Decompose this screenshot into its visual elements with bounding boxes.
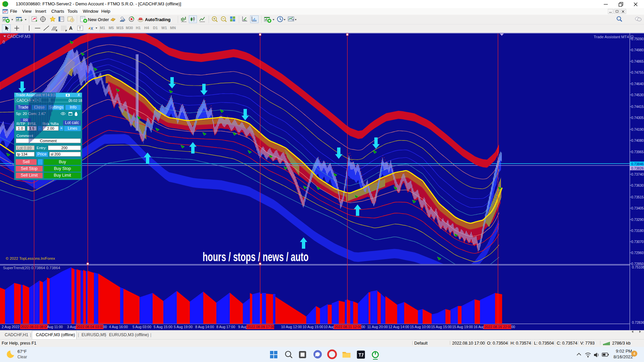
svg-text:© 2022 TopLessons.In/Forex: © 2022 TopLessons.In/Forex — [6, 256, 55, 260]
svg-text:2022.08.09 17:00: 2022.08.09 17:00 — [247, 325, 275, 329]
svg-text:hours / stops / news / auto: hours / stops / news / auto — [203, 250, 309, 264]
svg-text:00: 00 — [511, 325, 515, 329]
svg-text:3 Aug: 3 Aug — [67, 325, 76, 329]
svg-text:0.73180: 0.73180 — [631, 229, 644, 233]
svg-text:0.73290: 0.73290 — [631, 218, 644, 222]
svg-text:2022.08.16 22:00: 2022.08.16 22:00 — [484, 325, 512, 329]
svg-text:4 Aug 16:00: 4 Aug 16:00 — [109, 325, 128, 329]
svg-text:Trade Assistant MT4 ☹: Trade Assistant MT4 ☹ — [594, 35, 634, 39]
svg-text:5 Aug 03:00: 5 Aug 03:00 — [132, 325, 151, 329]
svg-text:0.72960: 0.72960 — [631, 251, 644, 255]
svg-text:SuperTrend(20) 0.73864 0.73864: SuperTrend(20) 0.73864 0.73864 — [3, 266, 60, 270]
svg-text:0.74865: 0.74865 — [631, 60, 644, 63]
svg-text:00: 00 — [103, 325, 107, 329]
svg-text:0.73826: 0.73826 — [631, 167, 644, 170]
svg-text:CADCHF,M3: CADCHF,M3 — [7, 34, 31, 39]
svg-text:0.74980: 0.74980 — [631, 48, 644, 52]
svg-text:15 Aug 19:00: 15 Aug 19:00 — [452, 325, 473, 329]
svg-text:0.74080: 0.74080 — [631, 139, 644, 142]
svg-text:15 Aug 10:00: 15 Aug 10:00 — [410, 325, 431, 329]
svg-text:0.74755: 0.74755 — [631, 71, 644, 74]
svg-text:8 Aug 17:00: 8 Aug 17:00 — [216, 325, 235, 329]
svg-text:0.73515: 0.73515 — [631, 195, 644, 199]
svg-text:Aug 11:00: Aug 11:00 — [47, 325, 63, 329]
svg-text:0.74640: 0.74640 — [631, 82, 644, 86]
svg-text:10 Aug 12:00: 10 Aug 12:00 — [281, 325, 302, 329]
svg-text:T: T — [79, 26, 81, 30]
svg-text:0.73070: 0.73070 — [631, 240, 644, 244]
svg-text:0: 0 — [3, 40, 5, 45]
svg-text:0.74415: 0.74415 — [631, 105, 644, 109]
svg-text:F: F — [65, 29, 67, 32]
svg-text:0.73405: 0.73405 — [631, 206, 644, 210]
svg-text:15 Aug 15:00: 15 Aug 15:00 — [431, 325, 452, 329]
svg-text:4: 4 — [633, 352, 635, 356]
svg-text:0.73846: 0.73846 — [631, 162, 644, 166]
svg-text:0.74530: 0.74530 — [631, 93, 644, 97]
svg-text:0.73630: 0.73630 — [631, 184, 644, 187]
svg-text:0.73965: 0.73965 — [631, 150, 644, 154]
svg-text:10 Aug 15:00: 10 Aug 15:00 — [303, 325, 323, 329]
svg-text:0.73740: 0.73740 — [631, 173, 644, 176]
svg-text:0.74190: 0.74190 — [631, 128, 644, 131]
svg-text:12 Aug 14:00: 12 Aug 14:00 — [388, 325, 409, 329]
svg-text:16 Aug: 16 Aug — [474, 325, 485, 329]
svg-text:00: 00 — [361, 325, 365, 329]
svg-text:5 Aug 15:00: 5 Aug 15:00 — [154, 325, 172, 329]
svg-text:E: E — [56, 29, 58, 32]
svg-text:2 Aug 2022: 2 Aug 2022 — [2, 325, 19, 329]
svg-text:5 Aug 19:00: 5 Aug 19:00 — [174, 325, 193, 329]
svg-text:2022.08.04 03:00: 2022.08.04 03:00 — [76, 325, 104, 329]
svg-text:2022.08.11 12:00: 2022.08.11 12:00 — [334, 325, 362, 329]
svg-text:0.74305: 0.74305 — [631, 116, 644, 120]
svg-text:0.72836: 0.72836 — [632, 321, 644, 324]
svg-text:10 Aug: 10 Aug — [324, 325, 335, 329]
svg-text:9 Aug: 9 Aug — [238, 325, 247, 329]
svg-text:2022.08.03 08:00: 2022.08.03 08:00 — [21, 325, 48, 329]
svg-text:8 Aug 14:00: 8 Aug 14:00 — [195, 325, 214, 329]
svg-text:11 Aug 20:00: 11 Aug 20:00 — [367, 325, 388, 329]
svg-text:0.75108: 0.75108 — [632, 265, 644, 269]
